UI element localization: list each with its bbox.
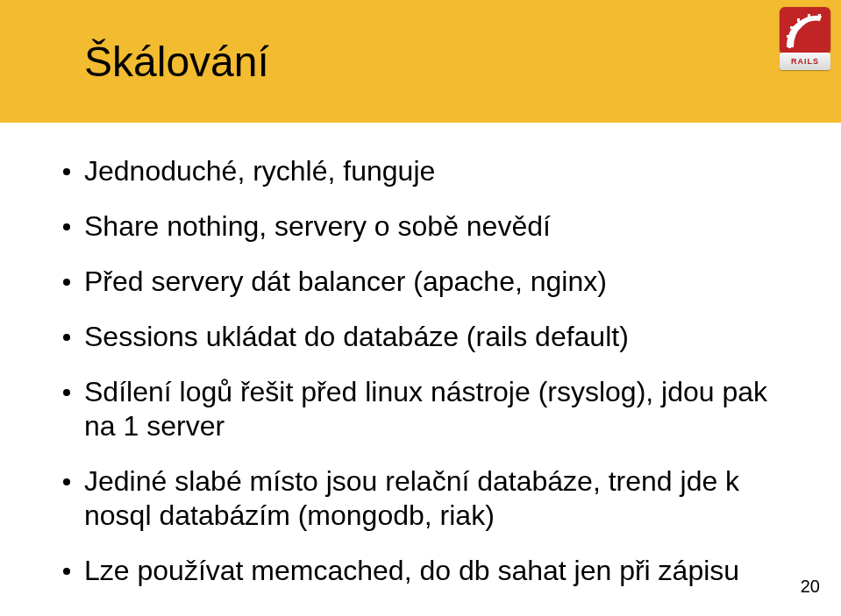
- list-item: Před servery dát balancer (apache, nginx…: [60, 265, 781, 299]
- rails-logo: RAILS: [780, 7, 830, 68]
- rails-logo-badge: [780, 7, 830, 54]
- slide-title: Škálování: [84, 38, 269, 86]
- svg-rect-3: [797, 18, 800, 22]
- rails-logo-label: RAILS: [780, 53, 830, 70]
- svg-rect-1: [787, 35, 790, 38]
- bullet-list: Jednoduché, rychlé, funguje Share nothin…: [60, 154, 781, 588]
- list-item: Share nothing, servery o sobě nevědí: [60, 209, 781, 244]
- slide-content: Jednoduché, rychlé, funguje Share nothin…: [0, 123, 841, 588]
- list-item: Lze používat memcached, do db sahat jen …: [60, 554, 781, 588]
- list-item: Jediné slabé místo jsou relační databáze…: [60, 464, 781, 533]
- rails-icon: [781, 9, 829, 53]
- page-number: 20: [801, 577, 820, 597]
- svg-rect-5: [818, 14, 821, 18]
- svg-rect-4: [808, 14, 810, 18]
- list-item: Sessions ukládat do databáze (rails defa…: [60, 320, 781, 354]
- list-item: Jednoduché, rychlé, funguje: [60, 154, 781, 188]
- title-bar: Škálování: [0, 0, 841, 123]
- svg-rect-2: [790, 26, 794, 29]
- list-item: Sdílení logů řešit před linux nástroje (…: [60, 375, 781, 443]
- svg-rect-0: [788, 44, 791, 48]
